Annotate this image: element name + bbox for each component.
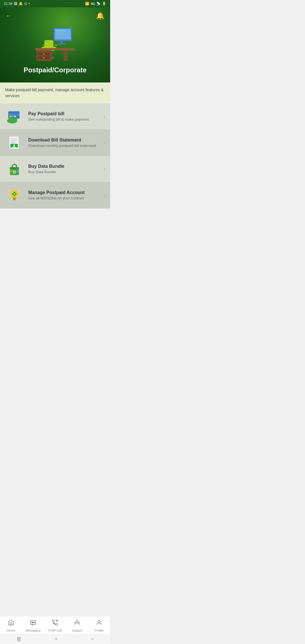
svg-rect-21 [8, 114, 19, 116]
dot-icon: • [29, 2, 30, 6]
svg-rect-5 [56, 32, 64, 33]
back-button[interactable]: ← [6, 13, 12, 19]
page-title: Postpaid/Corporate [24, 66, 87, 74]
svg-line-55 [19, 190, 20, 191]
description-text: Make postpaid bill payment, manage accou… [5, 88, 104, 98]
svg-rect-34 [11, 142, 15, 143]
bell-status-icon: 🔔 [19, 2, 23, 6]
svg-rect-38 [12, 147, 16, 148]
svg-rect-51 [14, 195, 15, 196]
circle-status-icon: ⊙ [24, 2, 27, 6]
svg-text:D: D [13, 170, 16, 174]
svg-rect-28 [13, 117, 15, 120]
buy-data-text: Buy Data Bundle Buy Data Bundle [28, 164, 102, 174]
svg-rect-8 [44, 40, 53, 49]
pay-bill-icon-wrap [5, 108, 24, 125]
hero-section: ← 🔔 [0, 7, 110, 82]
pay-bill-subtitle: See outstanding bill & make payment [28, 117, 102, 121]
description-banner: Make postpaid bill payment, manage accou… [0, 82, 110, 103]
svg-rect-37 [14, 144, 15, 146]
pay-bill-chevron: › [104, 114, 106, 119]
battery-icon: 🔋 [102, 2, 106, 6]
hero-nav: ← 🔔 [6, 12, 104, 20]
svg-rect-43 [16, 167, 18, 175]
svg-rect-6 [56, 34, 65, 34]
svg-rect-52 [12, 193, 13, 195]
download-statement-chevron: › [104, 140, 106, 146]
pay-bill-text: Pay Postpaid bill See outstanding bill &… [28, 111, 102, 121]
status-left: 21:34 🖼 🔔 ⊙ • [4, 2, 30, 6]
svg-rect-32 [11, 139, 17, 139]
svg-rect-26 [9, 117, 10, 120]
svg-rect-19 [64, 50, 67, 61]
svg-rect-2 [60, 41, 63, 43]
svg-point-17 [43, 53, 44, 55]
download-statement-subtitle: Download monthly postpaid bill statement [28, 143, 102, 148]
buy-data-icon-wrap: D [5, 160, 24, 177]
svg-rect-33 [11, 140, 17, 141]
download-statement-icon-wrap [5, 134, 24, 151]
buy-data-subtitle: Buy Data Bundle [28, 170, 102, 174]
download-statement-title: Download Bill Statement [28, 138, 102, 143]
manage-account-item[interactable]: Manage Postpaid Account See all MSISDNs … [0, 182, 110, 208]
status-bar: 21:34 🖼 🔔 ⊙ • 📶 4G 📡 🔋 [0, 0, 110, 7]
buy-data-bundle-item[interactable]: D Buy Data Bundle Buy Data Bundle › [0, 156, 110, 182]
buy-data-title: Buy Data Bundle [28, 164, 102, 169]
notification-bell-button[interactable]: 🔔 [96, 12, 104, 20]
pay-bill-title: Pay Postpaid bill [28, 111, 102, 116]
wifi-icon: 📶 [85, 2, 89, 6]
svg-rect-50 [14, 192, 15, 193]
svg-point-49 [14, 193, 15, 195]
manage-account-icon-wrap [5, 187, 24, 204]
buy-data-chevron: › [104, 166, 106, 172]
download-statement-text: Download Bill Statement Download monthly… [28, 138, 102, 148]
svg-rect-53 [16, 193, 17, 195]
svg-line-54 [9, 190, 10, 191]
manage-account-chevron: › [104, 192, 106, 198]
content-area: Make postpaid bill payment, manage accou… [0, 82, 110, 237]
svg-rect-3 [58, 43, 66, 45]
download-bill-statement-item[interactable]: Download Bill Statement Download monthly… [0, 130, 110, 156]
manage-account-subtitle: See all MSISDNs on your contract [28, 196, 102, 200]
svg-rect-47 [13, 199, 16, 200]
svg-rect-29 [16, 117, 17, 120]
pay-postpaid-bill-item[interactable]: Pay Postpaid bill See outstanding bill &… [0, 103, 110, 130]
svg-point-18 [43, 57, 44, 58]
svg-rect-45 [13, 197, 16, 199]
photo-icon: 🖼 [14, 2, 17, 6]
4g-label: 4G [91, 2, 95, 5]
status-right: 📶 4G 📡 🔋 [85, 2, 106, 6]
time: 21:34 [4, 2, 12, 6]
manage-account-text: Manage Postpaid Account See all MSISDNs … [28, 190, 102, 200]
svg-rect-14 [36, 50, 52, 61]
manage-account-title: Manage Postpaid Account [28, 190, 102, 195]
signal-icon: 📡 [96, 2, 101, 6]
svg-rect-13 [35, 48, 75, 50]
svg-rect-10 [55, 45, 57, 46]
menu-list: Pay Postpaid bill See outstanding bill &… [0, 103, 110, 208]
svg-rect-27 [11, 116, 13, 120]
hero-illustration [32, 23, 78, 62]
svg-rect-46 [13, 199, 16, 199]
svg-rect-4 [56, 31, 66, 31]
svg-rect-9 [43, 45, 45, 46]
